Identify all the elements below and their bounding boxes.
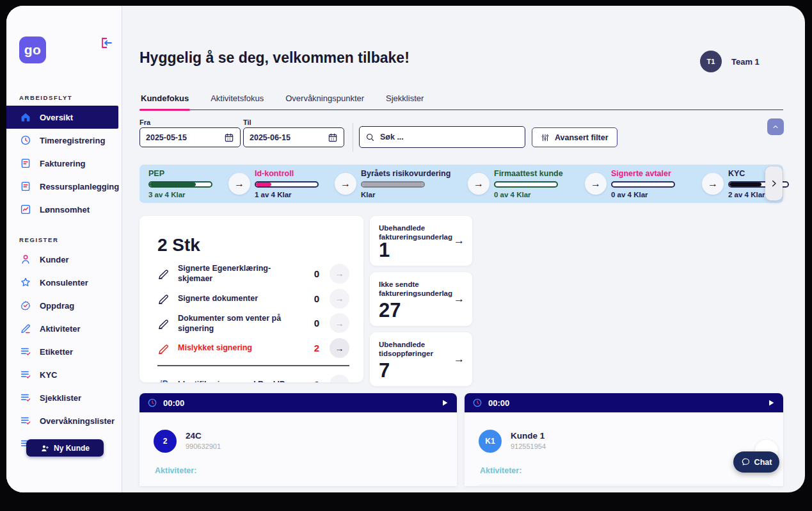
customer-avatar[interactable]: 2 xyxy=(154,430,177,453)
pen-icon xyxy=(157,317,170,330)
chat-button[interactable]: Chat xyxy=(733,451,779,473)
play-button[interactable] xyxy=(767,398,776,407)
app-logo[interactable]: go xyxy=(19,36,46,63)
arrow-right-button[interactable]: → xyxy=(330,338,349,358)
sidebar-item-fakturering[interactable]: Fakturering xyxy=(6,152,122,175)
sidebar-item-label: Etiketter xyxy=(40,347,73,357)
sidebar-item-overvakningslister[interactable]: Overvåkningslister xyxy=(6,409,122,432)
customer-name[interactable]: Kunde 1 xyxy=(511,431,545,441)
signing-row: Signerte dokumenter 0 → xyxy=(157,289,349,309)
search-icon xyxy=(365,133,375,142)
from-date-label: Fra xyxy=(139,118,150,126)
progress-card-risikovurdering[interactable]: Byråets risikovurdering Klar xyxy=(361,169,463,199)
bankid-row: iDBankID Identifikasjoner med BankID 0 → xyxy=(157,375,349,383)
bankid-logo: iDBankID xyxy=(157,378,170,382)
sidebar-item-etiketter[interactable]: Etiketter xyxy=(6,340,122,363)
arrow-right-button[interactable]: → xyxy=(330,313,349,333)
search-box[interactable] xyxy=(359,126,525,148)
sidebar-collapse-button[interactable] xyxy=(100,36,113,49)
chevron-right-icon xyxy=(769,179,779,188)
customer-card: K1 Kunde 1 912551954 Aktiviteter: Sendt … xyxy=(465,412,783,486)
sidebar-item-label: Oversikt xyxy=(40,113,73,122)
customer-name[interactable]: 24C xyxy=(186,431,202,441)
tab-kundefokus[interactable]: Kundefokus xyxy=(139,90,190,110)
sidebar-item-timeregistrering[interactable]: Timeregistrering xyxy=(6,129,122,152)
arrow-right-button[interactable]: → xyxy=(454,353,465,366)
signing-count: 2 Stk xyxy=(157,235,349,256)
progress-card-firmaattest[interactable]: Firmaattest kunde 0 av 4 Klar xyxy=(494,169,580,199)
calendar-icon[interactable] xyxy=(224,133,234,143)
sidebar-item-oppdrag[interactable]: Oppdrag xyxy=(6,294,122,317)
activity-item[interactable]: Sendt sammenstillingsoppgav xyxy=(476,484,772,486)
arrow-right-button[interactable]: → xyxy=(330,375,349,383)
arrow-right-button[interactable]: → xyxy=(330,264,349,284)
to-date-input[interactable] xyxy=(243,127,344,147)
home-icon xyxy=(20,111,31,123)
advanced-filter-button[interactable]: Avansert filter xyxy=(532,127,617,147)
person-plus-icon xyxy=(40,444,49,453)
sidebar: go ARBEIDSFLYT Oversikt Timeregistrering… xyxy=(6,6,122,492)
badge-check-icon xyxy=(20,300,31,311)
customer-card: 2 24C 990632901 Aktiviteter: xyxy=(139,412,457,486)
list-check-icon xyxy=(20,392,31,403)
play-button[interactable] xyxy=(440,398,449,407)
arrow-right-button[interactable]: → xyxy=(335,173,356,195)
to-date-value[interactable] xyxy=(250,133,322,142)
band-next-button[interactable] xyxy=(765,166,783,200)
clock-icon xyxy=(20,134,31,146)
from-date-value[interactable] xyxy=(146,133,219,142)
arrow-right-button[interactable]: → xyxy=(454,234,465,247)
tab-bar: Kundefokus Aktivitetsfokus Overvåkningsp… xyxy=(139,90,783,110)
team-switcher[interactable]: T1 Team 1 xyxy=(700,51,760,72)
sidebar-item-label: Fakturering xyxy=(40,159,86,168)
pencil-icon xyxy=(20,323,31,334)
tab-aktivitetsfokus[interactable]: Aktivitetsfokus xyxy=(209,90,265,110)
scroll-top-button[interactable] xyxy=(767,118,784,135)
sidebar-item-sjekklister[interactable]: Sjekklister xyxy=(6,386,122,409)
progress-card-id-kontroll[interactable]: Id-kontroll 1 av 4 Klar xyxy=(255,169,330,199)
customer-timer-panel: 00:00 K1 Kunde 1 912551954 Aktiviteter: … xyxy=(465,393,783,486)
new-customer-button[interactable]: Ny Kunde xyxy=(26,439,104,457)
arrow-right-button[interactable]: → xyxy=(454,293,465,305)
divider xyxy=(157,365,349,366)
summary-cards: Ubehandlede faktureringsunderlag 1 → Ikk… xyxy=(370,216,472,386)
pen-icon xyxy=(157,292,170,305)
timer-clock-icon xyxy=(472,398,482,408)
summary-card-tidsoppforinger[interactable]: Ubehandlede tidsoppføringer 7 → xyxy=(370,332,472,386)
progress-card-pep[interactable]: PEP 3 av 4 Klar xyxy=(148,169,224,199)
sidebar-item-label: Overvåkningslister xyxy=(40,416,115,426)
signing-row: Signerte Egenerklæring-skjemaer 0 → xyxy=(157,263,349,284)
tab-overvakningspunkter[interactable]: Overvåkningspunkter xyxy=(284,90,365,110)
sidebar-item-aktiviteter[interactable]: Aktiviteter xyxy=(6,317,122,340)
summary-card-ikke-sendte[interactable]: Ikke sendte faktureringsunderlag 27 → xyxy=(370,272,472,326)
page-title: Hyggelig å se deg, velkommen tilbake! xyxy=(139,49,410,67)
customer-avatar[interactable]: K1 xyxy=(479,430,502,453)
arrow-right-button[interactable]: → xyxy=(585,173,607,195)
chart-icon xyxy=(20,204,31,215)
progress-card-signerte-avtaler[interactable]: Signerte avtaler 0 av 4 Klar xyxy=(611,169,697,199)
sidebar-item-label: Konsulenter xyxy=(40,278,88,288)
arrow-right-button[interactable]: → xyxy=(468,173,490,195)
from-date-input[interactable] xyxy=(139,127,241,147)
arrow-right-button[interactable]: → xyxy=(330,289,349,309)
calendar-icon[interactable] xyxy=(328,133,338,143)
sidebar-item-oversikt[interactable]: Oversikt xyxy=(6,106,118,129)
tab-sjekklister[interactable]: Sjekklister xyxy=(385,90,425,110)
sidebar-item-kunder[interactable]: Kunder xyxy=(6,248,122,271)
sidebar-item-konsulenter[interactable]: Konsulenter xyxy=(6,271,122,294)
section-label-register: REGISTER xyxy=(19,236,122,243)
search-input[interactable] xyxy=(380,133,519,142)
arrow-right-button[interactable]: → xyxy=(702,173,724,195)
sidebar-item-lonnsomhet[interactable]: Lønnsomhet xyxy=(6,198,122,221)
list-check-icon xyxy=(20,346,31,357)
team-avatar[interactable]: T1 xyxy=(700,51,722,72)
filter-divider xyxy=(353,123,353,152)
sidebar-item-ressursplanlegging[interactable]: Ressursplanlegging xyxy=(6,175,122,198)
sidebar-item-label: Ressursplanlegging xyxy=(40,182,119,191)
arrow-right-button[interactable]: → xyxy=(228,173,250,195)
signing-row: Dokumenter som venter på signering 0 → xyxy=(157,313,349,334)
sidebar-item-label: Timeregistrering xyxy=(40,136,105,145)
sidebar-item-kyc[interactable]: KYC xyxy=(6,363,122,386)
summary-card-ubehandlede-fakturering[interactable]: Ubehandlede faktureringsunderlag 1 → xyxy=(370,216,472,266)
star-icon xyxy=(20,277,31,288)
